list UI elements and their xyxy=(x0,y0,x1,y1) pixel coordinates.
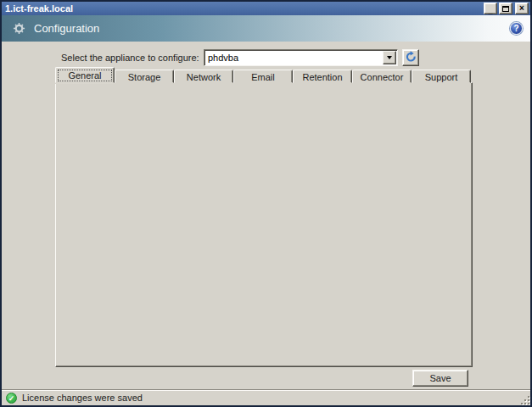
tab-connector[interactable]: Connector xyxy=(352,70,412,83)
title-bar[interactable]: 1.ict-freak.local _ × xyxy=(2,2,530,15)
tab-retention[interactable]: Retention xyxy=(293,70,352,83)
appliance-combobox[interactable] xyxy=(204,49,398,66)
minimize-button[interactable]: _ xyxy=(484,3,497,14)
window-title: 1.ict-freak.local xyxy=(2,3,73,14)
close-button[interactable]: × xyxy=(515,3,529,14)
appliance-dropdown-button[interactable] xyxy=(383,51,396,64)
tab-email[interactable]: Email xyxy=(233,70,293,83)
maximize-icon xyxy=(502,6,509,12)
chevron-down-icon xyxy=(387,56,392,59)
tab-general[interactable]: General xyxy=(55,67,115,83)
gear-icon xyxy=(13,22,25,36)
minimize-icon: _ xyxy=(488,8,492,15)
window-controls: _ × xyxy=(484,3,529,14)
status-message: License changes were saved xyxy=(22,393,143,403)
appliance-combobox-input[interactable] xyxy=(208,50,382,65)
success-check-icon: ✓ xyxy=(6,393,17,404)
app-header: Configuration ? xyxy=(2,15,530,42)
save-button[interactable]: Save xyxy=(412,370,468,387)
application-window: 1.ict-freak.local _ × Configuration xyxy=(0,0,532,407)
maximize-button[interactable] xyxy=(499,3,512,14)
page-title: Configuration xyxy=(34,22,99,35)
tab-support[interactable]: Support xyxy=(412,70,471,83)
refresh-icon xyxy=(405,51,417,64)
tab-network[interactable]: Network xyxy=(174,70,233,83)
help-button[interactable]: ? xyxy=(510,22,523,35)
status-bar: ✓ License changes were saved xyxy=(2,389,530,405)
appliance-selector-label: Select the appliance to configure: xyxy=(61,53,199,63)
close-icon: × xyxy=(519,4,524,13)
tab-storage[interactable]: Storage xyxy=(115,70,174,83)
resize-grip[interactable] xyxy=(519,394,529,404)
tab-strip: General Storage Network Email Retention … xyxy=(55,70,471,83)
tab-page-general xyxy=(55,82,473,367)
refresh-button[interactable] xyxy=(402,49,419,66)
help-icon: ? xyxy=(513,24,518,33)
